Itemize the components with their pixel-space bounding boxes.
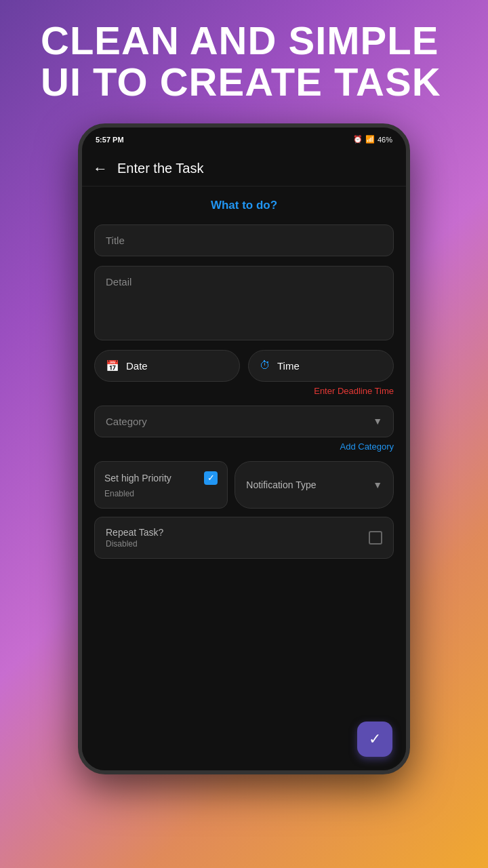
priority-status: Enabled [104,489,218,498]
add-category-link[interactable]: Add Category [94,441,394,452]
date-button[interactable]: 📅 Date [94,350,240,382]
priority-checkbox[interactable]: ✓ [204,471,218,485]
repeat-label: Repeat Task? [106,527,163,538]
priority-box: Set high Priority ✓ Enabled [94,461,228,509]
status-time: 5:57 PM [96,136,124,144]
options-row: Set high Priority ✓ Enabled Notification… [94,461,394,509]
repeat-checkbox[interactable] [369,531,382,545]
category-dropdown[interactable]: Category ▼ [94,406,394,437]
phone-shell: 5:57 PM ⏰ 📶 46% ← Enter the Task What to… [78,123,410,774]
calendar-icon: 📅 [106,359,119,372]
title-input[interactable]: Title [94,224,394,256]
wifi-icon: 📶 [365,135,375,144]
repeat-status: Disabled [106,539,163,549]
priority-header: Set high Priority ✓ [104,471,218,485]
status-bar: 5:57 PM ⏰ 📶 46% [82,127,406,152]
dropdown-arrow-icon: ▼ [373,416,382,427]
repeat-info: Repeat Task? Disabled [106,527,163,549]
app-header: ← Enter the Task [82,152,406,186]
notification-type-dropdown[interactable]: Notification Type ▼ [235,461,394,509]
section-label: What to do? [94,199,394,212]
headline: CLEAN AND SIMPLE UI TO CREATE TASK [41,20,447,103]
back-button[interactable]: ← [93,160,108,178]
detail-input[interactable]: Detail [94,266,394,340]
deadline-hint: Enter Deadline Time [94,386,394,396]
priority-label: Set high Priority [104,472,171,484]
app-content: What to do? Title Detail 📅 Date ⏱ Time [82,186,406,774]
battery-label: 46% [378,136,392,144]
page-title: Enter the Task [117,161,203,176]
time-button[interactable]: ⏱ Time [248,350,394,382]
date-time-row: 📅 Date ⏱ Time [94,350,394,382]
clock-icon: ⏱ [260,359,270,372]
submit-fab[interactable]: ✓ [357,722,392,757]
outer-wrapper: CLEAN AND SIMPLE UI TO CREATE TASK 5:57 … [0,0,488,868]
notification-dropdown-arrow-icon: ▼ [373,479,382,490]
status-right: ⏰ 📶 46% [353,135,392,144]
alarm-icon: ⏰ [353,135,363,144]
repeat-task-box: Repeat Task? Disabled [94,517,394,559]
